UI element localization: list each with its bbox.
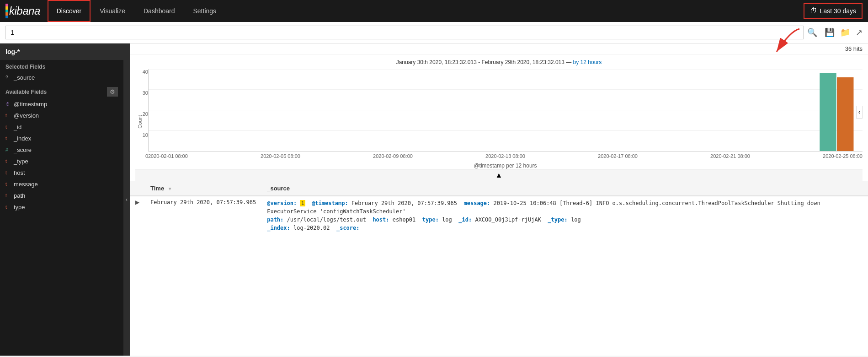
field-name-type: _type bbox=[14, 158, 28, 165]
search-input[interactable] bbox=[5, 26, 804, 39]
source-val-message: 2019-10-25 10:06:48 [Thread-6] INFO o.s.… bbox=[267, 200, 820, 215]
field-id[interactable]: t _id bbox=[0, 121, 123, 133]
load-search-icon[interactable]: 📁 bbox=[840, 27, 850, 38]
field-version[interactable]: t @version bbox=[0, 110, 123, 121]
field-source[interactable]: ? _source bbox=[0, 72, 123, 83]
x-label-4: 2020-02-13 08:00 bbox=[485, 153, 525, 159]
source-key-underscore-score: _score: bbox=[336, 225, 360, 231]
main-layout: log-* Selected Fields ? _source Availabl… bbox=[0, 43, 868, 356]
hits-bar: 36 hits bbox=[130, 43, 868, 54]
results-table: Time ▼ _source ▶ February 29th 2020, 07:… bbox=[130, 181, 868, 235]
field-name-message: message bbox=[14, 181, 38, 188]
field-name-id: _id bbox=[14, 124, 21, 130]
source-key-version: @version: bbox=[267, 200, 297, 206]
source-key-underscore-type: _type: bbox=[548, 216, 567, 223]
y-label-40: 40 bbox=[135, 69, 148, 75]
x-label-5: 2020-02-17 08:00 bbox=[598, 153, 638, 159]
row-source: @version: 1 @timestamp: February 29th 20… bbox=[261, 196, 868, 235]
time-picker-label: Last 30 days bbox=[820, 7, 856, 15]
available-fields-label: Available Fields bbox=[5, 89, 47, 95]
field-type-t: t bbox=[5, 193, 11, 198]
row-expand-button[interactable]: ▶ bbox=[135, 199, 139, 206]
content-area: 36 hits January 30th 2020, 18:23:32.013 … bbox=[130, 43, 868, 356]
kibana-logo-text: kibana bbox=[9, 5, 40, 17]
search-button[interactable]: 🔍 bbox=[807, 27, 817, 38]
field-timestamp[interactable]: ⏱ @timestamp bbox=[0, 98, 123, 110]
selected-fields-label: Selected Fields bbox=[0, 60, 123, 72]
field-type-t-2: t bbox=[5, 205, 11, 210]
field-type-badge: ? bbox=[5, 75, 11, 80]
field-type-t: t bbox=[5, 136, 11, 141]
row-time: February 29th 2020, 07:57:39.965 bbox=[145, 196, 261, 235]
svg-rect-4 bbox=[820, 73, 836, 151]
source-key-host: host: bbox=[373, 216, 389, 223]
x-label-1: 2020-02-01 08:00 bbox=[148, 153, 188, 159]
sidebar-collapse-handle[interactable]: ‹ bbox=[123, 43, 130, 356]
search-bar: 🔍 💾 📁 ↗ bbox=[0, 22, 868, 43]
sort-icon: ▼ bbox=[168, 186, 172, 191]
field-name-host: host bbox=[14, 169, 25, 176]
top-navigation: kibana Discover Visualize Dashboard Sett… bbox=[0, 0, 868, 22]
nav-visualize[interactable]: Visualize bbox=[91, 0, 134, 22]
field-host[interactable]: t host bbox=[0, 167, 123, 178]
time-picker[interactable]: ⏱ Last 30 days bbox=[804, 3, 863, 19]
field-path[interactable]: t path bbox=[0, 190, 123, 201]
field-type-clock: ⏱ bbox=[5, 102, 11, 107]
clock-icon: ⏱ bbox=[810, 7, 817, 15]
field-message[interactable]: t message bbox=[0, 178, 123, 190]
x-label-6: 2020-02-21 08:00 bbox=[710, 153, 750, 159]
field-name-version: @version bbox=[14, 112, 39, 119]
save-search-icon[interactable]: 💾 bbox=[825, 27, 835, 38]
source-val-index: log-2020.02 bbox=[293, 225, 330, 231]
source-val-path: /usr/local/logs/test.out bbox=[287, 216, 366, 223]
y-axis-label: Count bbox=[137, 115, 143, 128]
field-type-t: t bbox=[5, 113, 11, 118]
x-label-3: 2020-02-09 08:00 bbox=[373, 153, 413, 159]
field-name-index: _index bbox=[14, 135, 31, 142]
source-val-id: AXCOO_O0j3Lpf-rjUjAK bbox=[475, 216, 541, 223]
source-val-host: eshop01 bbox=[393, 216, 416, 223]
by-hours-link[interactable]: by 12 hours bbox=[573, 59, 602, 65]
field-name-score: _score bbox=[14, 146, 32, 153]
svg-rect-5 bbox=[837, 77, 853, 151]
field-type-hash: # bbox=[5, 147, 11, 152]
chart-x-title: @timestamp per 12 hours bbox=[148, 162, 863, 169]
source-key-message: message: bbox=[464, 200, 490, 206]
available-fields-header: Available Fields ⚙ bbox=[0, 83, 123, 98]
source-key-type: type: bbox=[422, 216, 439, 223]
share-icon[interactable]: ↗ bbox=[856, 27, 863, 38]
source-val-type: log bbox=[442, 216, 452, 223]
nav-settings[interactable]: Settings bbox=[184, 0, 225, 22]
collapse-chart-button[interactable]: ▲ bbox=[135, 169, 863, 181]
source-key-path: path: bbox=[267, 216, 283, 223]
index-pattern[interactable]: log-* bbox=[0, 43, 123, 60]
field-name-timestamp: @timestamp bbox=[14, 101, 47, 108]
x-label-7: 2020-02-25 08:00 bbox=[823, 153, 863, 159]
field-type-t: t bbox=[5, 182, 11, 187]
toolbar-icons: 💾 📁 ↗ bbox=[825, 27, 863, 38]
chart-right-toggle[interactable]: ‹ bbox=[856, 106, 863, 119]
y-label-10: 10 bbox=[135, 132, 148, 138]
field-type-t: t bbox=[5, 124, 11, 130]
col-time[interactable]: Time ▼ bbox=[145, 181, 261, 196]
fields-settings-button[interactable]: ⚙ bbox=[107, 87, 118, 97]
source-key-timestamp: @timestamp: bbox=[312, 200, 348, 206]
source-val-version: 1 bbox=[300, 200, 305, 206]
field-index[interactable]: t _index bbox=[0, 133, 123, 144]
table-row: ▶ February 29th 2020, 07:57:39.965 @vers… bbox=[130, 196, 868, 235]
field-name: _source bbox=[14, 74, 35, 81]
nav-discover[interactable]: Discover bbox=[48, 0, 91, 22]
field-score[interactable]: # _score bbox=[0, 144, 123, 156]
field-type[interactable]: t type bbox=[0, 201, 123, 213]
field-name-type-2: type bbox=[14, 204, 25, 211]
chart-container: January 30th 2020, 18:23:32.013 - Februa… bbox=[130, 54, 868, 181]
source-key-index: _index: bbox=[267, 225, 290, 231]
y-label-30: 30 bbox=[135, 90, 148, 96]
y-label-0: 0 bbox=[135, 153, 148, 159]
source-val-timestamp: February 29th 2020, 07:57:39.965 bbox=[351, 200, 457, 206]
hits-count: 36 hits bbox=[845, 45, 863, 52]
field-type-field[interactable]: t _type bbox=[0, 156, 123, 167]
nav-dashboard[interactable]: Dashboard bbox=[134, 0, 184, 22]
field-name-path: path bbox=[14, 192, 25, 199]
chevron-up-icon: ▲ bbox=[495, 171, 503, 179]
